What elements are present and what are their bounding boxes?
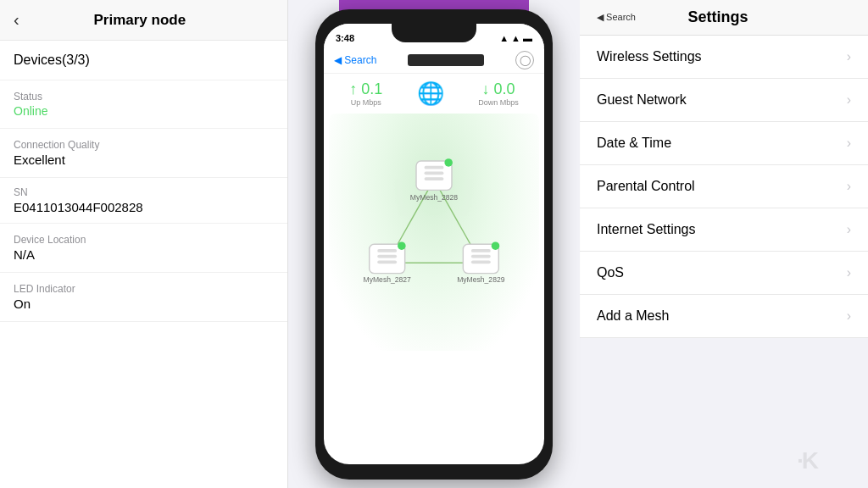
phone-notch xyxy=(392,24,476,42)
svg-rect-6 xyxy=(425,177,444,180)
sn-label: SN xyxy=(14,186,274,198)
right-header: ◀ Search Settings xyxy=(580,0,868,36)
svg-text:MyMesh_2828: MyMesh_2828 xyxy=(410,193,458,202)
right-panel: ◀ Search Settings Wireless Settings › Gu… xyxy=(580,0,868,488)
phone-screen: 3:48 ▲ ▲ ▬ ◀ Search ◯ ↑ xyxy=(324,24,544,464)
chevron-icon-datetime: › xyxy=(847,136,851,151)
settings-label-wireless: Wireless Settings xyxy=(597,49,702,64)
globe-icon: 🌐 xyxy=(417,80,444,107)
svg-rect-10 xyxy=(377,249,397,252)
chevron-icon-wireless: › xyxy=(847,49,851,64)
settings-item-parental[interactable]: Parental Control › xyxy=(580,165,868,208)
redacted-title xyxy=(408,54,484,66)
download-label: Down Mbps xyxy=(478,98,519,107)
svg-text:MyMesh_2827: MyMesh_2827 xyxy=(364,275,411,284)
phone-avatar[interactable]: ◯ xyxy=(515,51,534,69)
connection-value: Excellent xyxy=(14,152,274,167)
settings-label-addmesh: Add a Mesh xyxy=(597,308,669,324)
svg-point-13 xyxy=(398,241,406,250)
watermark: ·K xyxy=(797,447,817,474)
back-button[interactable]: ‹ xyxy=(14,10,19,30)
phone-stats: ↑ 0.1 Up Mbps 🌐 ↓ 0.0 Down Mbps xyxy=(324,74,544,114)
led-value: On xyxy=(14,297,274,311)
connection-row: Connection Quality Excellent xyxy=(0,129,287,178)
location-row: Device Location N/A xyxy=(0,224,287,273)
status-label: Status xyxy=(14,91,274,103)
phone-device: 3:48 ▲ ▲ ▬ ◀ Search ◯ ↑ xyxy=(315,9,553,480)
svg-rect-12 xyxy=(377,260,397,263)
settings-label-datetime: Date & Time xyxy=(597,136,671,151)
location-label: Device Location xyxy=(14,234,274,246)
svg-rect-18 xyxy=(471,260,491,263)
left-header: ‹ Primary node xyxy=(0,0,287,41)
right-back[interactable]: ◀ Search xyxy=(597,12,636,23)
settings-label-qos: QoS xyxy=(597,265,624,280)
battery-icon: ▬ xyxy=(523,33,532,43)
status-row: Status Online xyxy=(0,80,287,129)
settings-item-internet[interactable]: Internet Settings › xyxy=(580,208,868,252)
chevron-icon-qos: › xyxy=(847,265,851,280)
download-value: ↓ 0.0 xyxy=(478,80,519,98)
download-stat: ↓ 0.0 Down Mbps xyxy=(478,80,519,107)
phone-title-area xyxy=(376,54,515,66)
chevron-icon-internet: › xyxy=(847,222,851,237)
svg-point-19 xyxy=(492,241,500,250)
avatar-icon: ◯ xyxy=(520,54,531,66)
settings-list: Wireless Settings › Guest Network › Date… xyxy=(580,36,868,488)
settings-label-internet: Internet Settings xyxy=(597,222,696,237)
svg-rect-4 xyxy=(425,166,444,169)
led-label: LED Indicator xyxy=(14,283,274,295)
svg-rect-17 xyxy=(471,255,491,258)
signal-icon: ▲ xyxy=(499,33,509,43)
location-value: N/A xyxy=(14,247,274,262)
upload-label: Up Mbps xyxy=(349,98,382,107)
settings-label-guest: Guest Network xyxy=(597,92,687,108)
svg-rect-16 xyxy=(471,249,491,252)
chevron-icon-guest: › xyxy=(847,92,851,108)
sn-row: SN E0411013044F002828 xyxy=(0,178,287,224)
globe-stat: 🌐 xyxy=(417,80,444,107)
left-panel: ‹ Primary node Devices(3/3) Status Onlin… xyxy=(0,0,288,488)
phone-header: ◀ Search ◯ xyxy=(324,47,544,74)
settings-item-wireless[interactable]: Wireless Settings › xyxy=(580,36,868,79)
svg-point-7 xyxy=(444,158,453,167)
wifi-icon: ▲ xyxy=(511,33,520,43)
up-arrow: ↑ xyxy=(349,80,357,97)
upload-stat: ↑ 0.1 Up Mbps xyxy=(349,80,382,107)
phone-time: 3:48 xyxy=(336,33,354,43)
settings-item-guest[interactable]: Guest Network › xyxy=(580,79,868,122)
settings-label-parental: Parental Control xyxy=(597,179,695,194)
settings-item-qos[interactable]: QoS › xyxy=(580,252,868,295)
settings-item-datetime[interactable]: Date & Time › xyxy=(580,122,868,165)
sn-value: E0411013044F002828 xyxy=(14,200,274,214)
page-title: Primary node xyxy=(26,12,253,29)
upload-value: ↑ 0.1 xyxy=(349,80,382,98)
phone-back-button[interactable]: ◀ Search xyxy=(334,54,376,66)
devices-row: Devices(3/3) xyxy=(0,41,287,80)
settings-title: Settings xyxy=(687,8,748,26)
svg-rect-5 xyxy=(425,171,444,175)
status-value: Online xyxy=(14,104,274,118)
connection-label: Connection Quality xyxy=(14,139,274,151)
chevron-icon-parental: › xyxy=(847,179,851,194)
led-row: LED Indicator On xyxy=(0,273,287,322)
phone-mesh-area: MyMesh_2828 MyMesh_2827 My xyxy=(329,114,539,351)
mesh-diagram: MyMesh_2828 MyMesh_2827 My xyxy=(329,114,539,351)
center-area: 3:48 ▲ ▲ ▬ ◀ Search ◯ ↑ xyxy=(288,0,580,488)
left-content: Devices(3/3) Status Online Connection Qu… xyxy=(0,41,287,488)
svg-rect-11 xyxy=(377,255,397,258)
svg-text:MyMesh_2829: MyMesh_2829 xyxy=(457,275,504,284)
settings-item-addmesh[interactable]: Add a Mesh › xyxy=(580,295,868,338)
chevron-icon-addmesh: › xyxy=(847,308,851,324)
down-arrow: ↓ xyxy=(481,80,489,97)
signal-icons: ▲ ▲ ▬ xyxy=(499,33,532,43)
devices-title: Devices(3/3) xyxy=(14,53,90,67)
